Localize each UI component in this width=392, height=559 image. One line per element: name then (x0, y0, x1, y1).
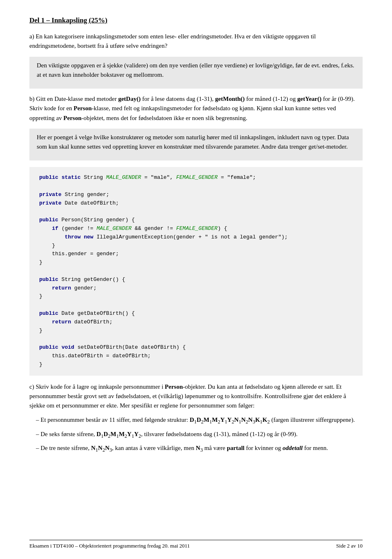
code-line-17: public Date getDateOfBirth() { (39, 310, 353, 318)
footer: Eksamen i TDT4100 – Objektorientert prog… (29, 540, 363, 549)
section-b-explanation: Her er poenget å velge hvilke konstruktø… (29, 129, 363, 161)
section-a-answer: Den viktigste oppgaven er å sjekke (vali… (29, 57, 363, 89)
code-line-22: this.dateOfBirth = dateOfBirth; (39, 352, 353, 361)
code-line-13: public String getGender() { (39, 276, 353, 284)
code-line-5 (39, 207, 353, 216)
code-line-16 (39, 301, 353, 310)
code-line-15: } (39, 292, 353, 301)
footer-left: Eksamen i TDT4100 – Objektorientert prog… (29, 543, 190, 549)
code-line-12 (39, 267, 353, 276)
section-a-question: a) En kan kategorisere innkapslingsmetod… (29, 32, 363, 51)
code-line-8: throw new IllegalArgumentException(gende… (39, 233, 353, 242)
code-line-23: } (39, 361, 353, 369)
code-block: public static String MALE_GENDER = "male… (29, 167, 363, 375)
code-line-20 (39, 335, 353, 343)
page-title: Del 1 – Innkapsling (25%) (29, 16, 363, 24)
code-line-9: } (39, 242, 353, 250)
code-line-6: public Person(String gender) { (39, 216, 353, 225)
b-explanation-text: Her er poenget å velge hvilke konstruktø… (37, 133, 355, 152)
a-answer-text: Den viktigste oppgaven er å sjekke (vali… (37, 61, 355, 80)
c-bullet-2: De seks første sifrene, D1D2M1M2Y1Y2, ti… (36, 430, 363, 440)
code-line-10: this.gender = gender; (39, 250, 353, 258)
c-question-text: c) Skriv kode for å lagre og innkapsle p… (29, 382, 363, 411)
code-line-2 (39, 182, 353, 191)
a-question-text: a) En kan kategorisere innkapslingsmetod… (29, 32, 363, 51)
c-bullet-3: De tre neste sifrene, N1N2N3, kan antas … (36, 443, 363, 454)
section-c-question: c) Skriv kode for å lagre og innkapsle p… (29, 382, 363, 454)
code-line-19: } (39, 327, 353, 335)
footer-right: Side 2 av 10 (336, 543, 363, 549)
c-bullet-1: Et personnummer består av 11 siffer, med… (36, 415, 363, 426)
section-b-question: b) Gitt en Date-klasse med metoder getDa… (29, 94, 363, 123)
code-line-21: public void setDateOfBirth(Date dateOfBi… (39, 343, 353, 352)
c-bullets-list: Et personnummer består av 11 siffer, med… (36, 415, 363, 454)
page: Del 1 – Innkapsling (25%) a) En kan kate… (0, 0, 392, 559)
b-question-text: b) Gitt en Date-klasse med metoder getDa… (29, 94, 363, 123)
code-line-7: if (gender != MALE_GENDER && gender != F… (39, 225, 353, 233)
code-line-11: } (39, 258, 353, 267)
code-line-1: public static String MALE_GENDER = "male… (39, 174, 353, 182)
code-line-14: return gender; (39, 284, 353, 293)
code-line-3: private String gender; (39, 191, 353, 199)
code-line-18: return dateOfBirth; (39, 318, 353, 327)
code-line-4: private Date dateOfBirth; (39, 199, 353, 208)
